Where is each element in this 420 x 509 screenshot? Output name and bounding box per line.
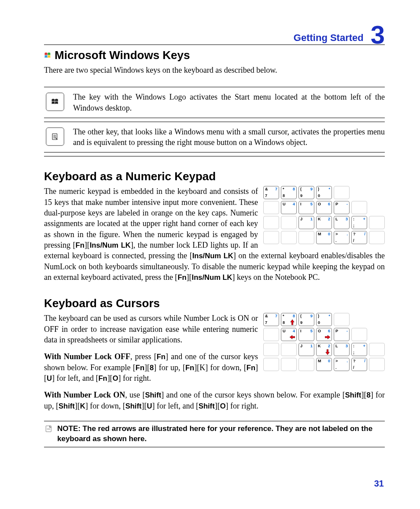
windows-logo-key-desc: The key with the Windows Logo activates … <box>73 92 385 113</box>
note-text: NOTE: The red arrows are illustrated her… <box>57 424 385 444</box>
keypad-key: I5 <box>298 328 314 341</box>
key-blank <box>263 201 279 214</box>
page-number: 31 <box>374 479 384 489</box>
keypad-key: *88 <box>281 313 297 326</box>
key-blank <box>369 231 385 244</box>
keypad-key: K2 <box>316 216 332 229</box>
keypad-key: *88 <box>281 186 297 199</box>
key-blank <box>263 216 279 229</box>
keypad-key: :+; <box>351 343 367 356</box>
keypad-key: J1 <box>298 216 314 229</box>
keypad-key: &77 <box>263 313 279 326</box>
key-blank <box>263 328 279 341</box>
keypad-key: (99 <box>298 186 314 199</box>
keypad-key: L3 <box>334 343 350 356</box>
keypad-key: L3 <box>334 216 350 229</box>
heading-windows-keys: Microsoft Windows Keys <box>44 48 385 62</box>
keypad-key: O6 <box>316 201 332 214</box>
key-blank <box>298 231 314 244</box>
key-blank <box>263 231 279 244</box>
keypad-key: P- <box>334 201 350 214</box>
section-title: Getting Started <box>294 32 364 44</box>
page-header: Getting Started 3 <box>44 22 385 45</box>
keypad-key: >.. <box>334 231 350 244</box>
keypad-key: :+; <box>351 216 367 229</box>
key-blank <box>281 343 297 356</box>
keypad-key: M0 <box>316 231 332 244</box>
key-blank <box>281 358 297 371</box>
key-blank <box>263 358 279 371</box>
keypad-key: )*0 <box>316 186 332 199</box>
note-callout: NOTE: The red arrows are illustrated her… <box>44 421 385 447</box>
key-blank <box>369 216 385 229</box>
key-blank <box>351 328 367 341</box>
key-blank <box>369 343 385 356</box>
keypad-key: M0 <box>316 358 332 371</box>
keypad-key: U4 <box>281 201 297 214</box>
keypad-key: >.. <box>334 358 350 371</box>
keypad-key: P- <box>334 328 350 341</box>
key-blank <box>334 186 350 199</box>
chapter-number: 3 <box>371 25 385 45</box>
key-blank <box>281 231 297 244</box>
keypad-key: O6 <box>316 328 332 341</box>
key-blank <box>351 201 367 214</box>
windows-logo-key-icon <box>46 93 64 111</box>
note-icon <box>45 425 53 433</box>
windows-flag-icon <box>44 52 52 59</box>
keypad-key: U4 <box>281 328 297 341</box>
keypad-key: &77 <box>263 186 279 199</box>
keypad-key: ?// <box>351 231 367 244</box>
windows-keys-intro: There are two special Windows keys on th… <box>44 65 385 75</box>
key-blank <box>369 358 385 371</box>
keypad-key: )*0 <box>316 313 332 326</box>
menu-key-desc: The other key, that looks like a Windows… <box>73 126 385 148</box>
windows-logo-key-row: The key with the Windows Logo activates … <box>44 87 385 118</box>
keypad-key: K2 <box>316 343 332 356</box>
key-blank <box>281 216 297 229</box>
key-blank <box>263 343 279 356</box>
heading-text: Keyboard as Cursors <box>44 297 160 310</box>
heading-cursors: Keyboard as Cursors <box>44 297 385 310</box>
heading-numeric-keypad: Keyboard as a Numeric Keypad <box>44 170 385 183</box>
heading-text: Microsoft Windows Keys <box>55 48 190 62</box>
keypad-key: ?// <box>351 358 367 371</box>
keypad-key: (99 <box>298 313 314 326</box>
key-blank <box>298 358 314 371</box>
numeric-keypad-figure: &77*88(99)*0U4I5O6P-J1K2L3:+;M0>..?// <box>263 186 385 246</box>
keypad-key: I5 <box>298 201 314 214</box>
cursor-keypad-figure: &77*88(99)*0U4I5O6P-J1K2L3:+;M0>..?// <box>263 313 385 373</box>
keypad-key: J1 <box>298 343 314 356</box>
cursors-numlock-on: With Number Lock ON, use [Shift] and one… <box>44 390 385 411</box>
heading-text: Keyboard as a Numeric Keypad <box>44 170 216 183</box>
menu-key-icon <box>46 127 64 146</box>
menu-key-row: The other key, that looks like a Windows… <box>44 122 385 153</box>
key-blank <box>334 313 350 326</box>
